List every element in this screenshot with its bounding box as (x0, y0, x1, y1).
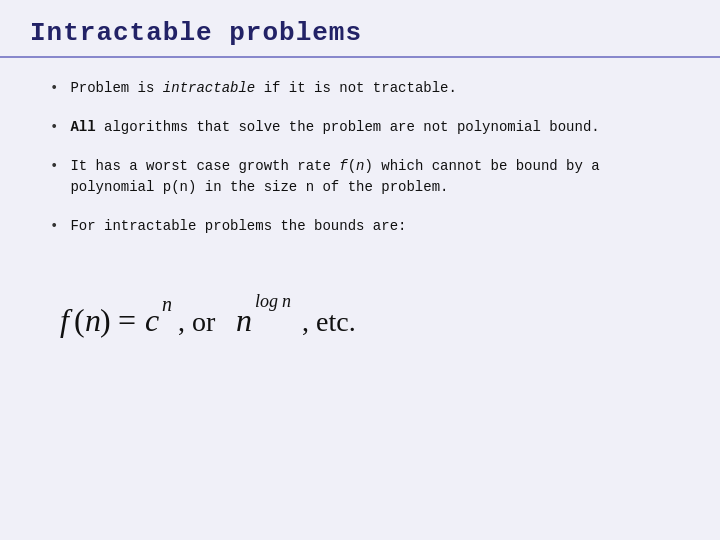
slide-header: Intractable problems (0, 0, 720, 58)
svg-text:n: n (162, 293, 172, 315)
list-item: • For intractable problems the bounds ar… (50, 216, 670, 237)
svg-text:, or: , or (178, 306, 216, 337)
bullet-text-3: It has a worst case growth rate f(n) whi… (70, 156, 670, 198)
slide: Intractable problems • Problem is intrac… (0, 0, 720, 540)
bullet-icon: • (50, 158, 58, 174)
svg-text:f: f (60, 302, 73, 338)
list-item: • It has a worst case growth rate f(n) w… (50, 156, 670, 198)
bullet-text-4: For intractable problems the bounds are: (70, 216, 406, 237)
svg-text:n: n (282, 291, 291, 311)
bullet-icon: • (50, 218, 58, 234)
slide-title: Intractable problems (30, 18, 690, 48)
svg-text:): ) (100, 302, 111, 338)
svg-text:log: log (255, 291, 278, 311)
bullet-text-2: All algorithms that solve the problem ar… (70, 117, 599, 138)
bullet-icon: • (50, 80, 58, 96)
svg-text:c: c (145, 302, 159, 338)
svg-text:(: ( (74, 302, 85, 338)
slide-content: • Problem is intractable if it is not tr… (0, 58, 720, 265)
math-formula-container: f ( n ) = c n , or n log n , etc. (50, 273, 720, 368)
list-item: • All algorithms that solve the problem … (50, 117, 670, 138)
bullet-icon: • (50, 119, 58, 135)
list-item: • Problem is intractable if it is not tr… (50, 78, 670, 99)
svg-text:n: n (85, 302, 101, 338)
svg-text:=: = (118, 302, 136, 338)
bullet-text-1: Problem is intractable if it is not trac… (70, 78, 456, 99)
math-formula-svg: f ( n ) = c n , or n log n , etc. (50, 273, 510, 363)
svg-text:n: n (236, 302, 252, 338)
svg-text:, etc.: , etc. (302, 306, 356, 337)
